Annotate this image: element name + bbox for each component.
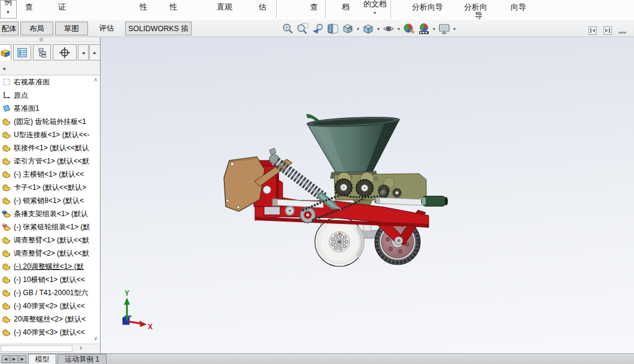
previous-view-button[interactable] xyxy=(311,22,324,35)
propertymanager-icon xyxy=(17,47,28,58)
part-icon xyxy=(2,301,12,311)
view-orientation-button[interactable] xyxy=(341,22,354,35)
chevron-down-icon[interactable]: ▾ xyxy=(453,26,456,32)
tab-propertymanager[interactable] xyxy=(13,44,31,60)
tree-item[interactable]: 20调整螺丝<2> (默认< xyxy=(0,313,91,326)
tab-dimxpertmanager[interactable] xyxy=(53,44,77,60)
zoom-to-fit-button[interactable] xyxy=(281,22,295,35)
scroll-right-arrow[interactable]: › xyxy=(77,344,85,353)
tab-solidworks-addins[interactable]: SOLIDWORKS 插件 xyxy=(125,22,192,35)
part-icon xyxy=(2,262,12,271)
hide-show-items-button[interactable] xyxy=(382,22,395,35)
tab-nav-next-button[interactable]: ▶ xyxy=(19,355,26,363)
tree-item[interactable]: 条播支架组装<1> (默认 xyxy=(0,207,91,220)
apply-scene-button[interactable] xyxy=(417,22,430,35)
edit-appearance-button[interactable] xyxy=(402,22,415,35)
assembly-flexible-icon xyxy=(2,222,12,232)
tree-item[interactable]: 调查整臂<2> (默认<<默 xyxy=(0,247,91,260)
panel-tab-scroll-left[interactable]: ◂ xyxy=(78,44,89,60)
tab-layout[interactable]: 布局 xyxy=(20,22,53,35)
tab-configurationmanager[interactable] xyxy=(33,44,51,60)
tree-root-row[interactable]: ▾ xyxy=(0,62,100,75)
press-wheel[interactable] xyxy=(315,217,365,266)
chevron-down-icon[interactable]: ▾ xyxy=(377,26,380,32)
tab-assembly[interactable]: 配体 xyxy=(0,22,19,35)
collapse-pane-right-button[interactable] xyxy=(603,26,612,35)
tree-scroll-up[interactable]: ∧ xyxy=(93,77,98,83)
ribbon-caption-fragment[interactable]: 直观 xyxy=(217,2,232,13)
ribbon-caption-fragment[interactable]: 向导 xyxy=(511,2,526,13)
ribbon-caption-fragment[interactable]: 的文档 xyxy=(363,0,387,10)
part-icon xyxy=(2,196,12,205)
tree-item[interactable]: 右视基准面 xyxy=(0,75,91,89)
ribbon-caption-fragment[interactable]: 导 xyxy=(475,10,483,20)
ribbon-group-divider xyxy=(276,0,277,19)
tree-item[interactable]: (-) 锁紧销8<1> (默认< xyxy=(0,194,91,207)
tree-item[interactable]: (-) 主横销<1> (默认<< xyxy=(0,168,91,181)
chevron-down-icon[interactable]: ▾ xyxy=(397,26,401,32)
tree-item[interactable]: 调查整臂<1> (默认<<默 xyxy=(0,233,91,247)
view-settings-button[interactable] xyxy=(438,22,451,35)
tree-item[interactable]: (-) 张紧链轮组装<1> (默 xyxy=(0,220,91,233)
collapse-pane-left-button[interactable] xyxy=(589,26,597,35)
featuremanager-panel: ◂ ▸ ▾ 右视基准面 原点 基准面1 (固定) 齿轮箱外挂板<1 U型连接板<… xyxy=(0,37,101,353)
tree-item[interactable]: 基准面1 xyxy=(0,102,91,115)
tab-nav-prev-button[interactable]: ▶ xyxy=(10,355,18,363)
chevron-down-icon[interactable]: ▾ xyxy=(2,66,7,72)
scrollbar-thumb[interactable] xyxy=(1,345,72,352)
heads-up-view-toolbar: ▾ ▾ ▾ ▾ ▾ xyxy=(281,21,456,37)
ribbon-caption-fragment[interactable]: 档 xyxy=(342,2,350,13)
dimxpert-target-icon xyxy=(59,47,71,59)
tree-item[interactable]: (固定) 齿轮箱外挂板<1 xyxy=(0,115,91,128)
section-view-button[interactable] xyxy=(326,22,339,35)
tree-item[interactable]: (-) 40弹簧<2> (默认<< xyxy=(0,299,91,313)
tab-sketch[interactable]: 草图 xyxy=(55,22,88,35)
ball-knob xyxy=(380,189,389,198)
model-canvas[interactable]: Y X xyxy=(101,37,634,353)
ribbon-caption-fragment[interactable]: 查 xyxy=(310,2,318,13)
ribbon-caption-fragment[interactable]: 查 xyxy=(25,2,33,13)
ribbon-caption-fragment[interactable]: 分析向导 xyxy=(412,2,443,13)
tree-item[interactable]: (-) GB / T41-20001型六 xyxy=(0,286,91,299)
part-icon xyxy=(2,156,12,166)
part-icon xyxy=(2,117,12,126)
ribbon-caption-fragment[interactable]: 证 xyxy=(58,2,66,13)
graphics-viewport[interactable]: Y X xyxy=(101,37,634,353)
tab-motion-study[interactable]: 运动算例 1 xyxy=(57,354,107,364)
chevron-down-icon[interactable]: ▾ xyxy=(373,10,377,16)
tree-item[interactable]: 原点 xyxy=(0,89,91,102)
part-icon xyxy=(2,235,12,245)
display-style-button[interactable] xyxy=(362,22,375,35)
minimize-icon[interactable] xyxy=(618,32,626,34)
part-icon xyxy=(2,314,12,324)
ribbon-caption-fragment[interactable]: 性 xyxy=(139,2,147,13)
tree-item[interactable]: 卡子<1> (默认<<默认> xyxy=(0,181,91,194)
panel-tab-bar: ◂ ▸ xyxy=(0,42,100,62)
chevron-down-icon[interactable]: ▾ xyxy=(432,26,436,32)
tree-item[interactable]: (-) 20调整螺丝<1> (默 xyxy=(0,260,91,273)
tree-scroll-down[interactable]: ∨ xyxy=(93,335,98,341)
plane-icon xyxy=(2,77,12,87)
tab-nav-first-button[interactable]: ◀ xyxy=(2,355,10,363)
tab-evaluate[interactable]: 评估 xyxy=(90,22,123,35)
ribbon-caption-fragment[interactable]: 估 xyxy=(259,2,266,13)
ribbon-overflow-button[interactable]: 例 ▾ xyxy=(0,0,17,19)
zoom-to-area-button[interactable] xyxy=(296,22,310,35)
tree-item[interactable]: (-) 10横销<1> (默认<< xyxy=(0,273,91,286)
tab-featuremanager-tree[interactable] xyxy=(0,44,11,60)
orientation-triad: Y X xyxy=(123,289,153,331)
tree-item[interactable]: 牵引方管<1> (默认<<默 xyxy=(0,154,91,168)
tab-model[interactable]: 模型 xyxy=(28,354,56,364)
part-icon xyxy=(2,288,12,298)
seeder-assembly-model[interactable] xyxy=(224,114,448,266)
tree-item[interactable]: (-) 40弹簧<3> (默认<< xyxy=(0,326,91,339)
plane-icon xyxy=(2,104,12,113)
panel-tab-scroll-right[interactable]: ▸ xyxy=(89,44,100,60)
tree-item[interactable]: 联接件<1> (默认<<默认 xyxy=(0,141,91,154)
hopper[interactable] xyxy=(307,114,400,178)
chevron-down-icon[interactable]: ▾ xyxy=(356,26,360,32)
tree-horizontal-scrollbar[interactable]: › xyxy=(0,344,100,353)
ribbon-caption-fragment[interactable]: 性 xyxy=(169,2,177,13)
panel-splitter-handle[interactable] xyxy=(0,37,100,42)
tree-item[interactable]: U型连接板<1> (默认<<- xyxy=(0,128,91,141)
